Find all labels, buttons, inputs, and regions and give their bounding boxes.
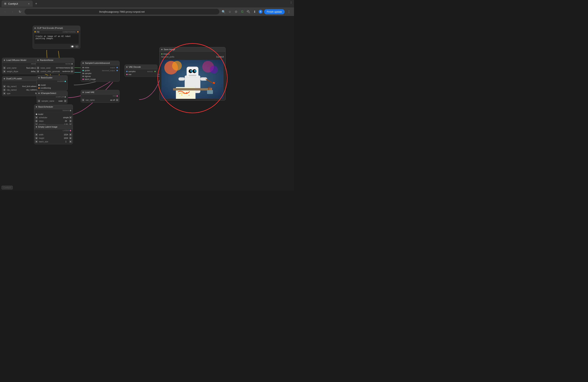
- node-status-dot: [36, 126, 37, 127]
- bookmark-icon[interactable]: ☆: [228, 9, 232, 14]
- load-diffusion-node[interactable]: Load Diffusion Model MODEL ◄ unet_name f…: [2, 58, 41, 74]
- model-port: [38, 85, 40, 86]
- menu-button[interactable]: ⋮: [286, 9, 292, 14]
- node-status-dot: [83, 92, 84, 93]
- node-title: BasicGuider: [41, 76, 53, 79]
- node-status-dot: [161, 49, 163, 50]
- height-next[interactable]: ►: [69, 137, 72, 139]
- empty-latent-image-node[interactable]: Empty Latent Image LATENT ◄ width 1024 ►…: [34, 125, 73, 144]
- unet-row: ◄ unet_name flux1-dev.sft ►: [2, 66, 41, 70]
- tab-close-button[interactable]: ✕: [27, 2, 30, 5]
- denoised-port: [116, 70, 118, 71]
- node-body: noise output guider denoised_output samp…: [81, 65, 119, 82]
- vae-row: vae: [125, 73, 157, 76]
- noise-port: [83, 67, 84, 68]
- clip1-prev[interactable]: ◄: [3, 85, 6, 88]
- guider-port: [83, 70, 84, 71]
- tab-title: ComfyUI: [8, 2, 18, 5]
- control-next[interactable]: ►: [71, 70, 74, 73]
- node-status-dot: [38, 77, 40, 78]
- unet-prev[interactable]: ◄: [3, 66, 6, 69]
- basic-guider-node[interactable]: BasicGuider GUIDER model conditioning: [37, 75, 68, 90]
- vae-decode-node[interactable]: VAE Decode samples IMAGE vae: [125, 64, 158, 77]
- url-field[interactable]: [24, 9, 219, 15]
- node-title: RandomNoise: [40, 59, 53, 61]
- section-label-latent: LATENT: [34, 129, 73, 132]
- tab-list-button[interactable]: ⋮: [290, 1, 293, 4]
- bottom-toolbar: ComfyUI: [1, 186, 13, 190]
- node-header: Load Diffusion Model: [2, 58, 41, 63]
- node-title: Load VAE: [85, 91, 94, 93]
- samples-port: [126, 71, 127, 72]
- forward-button[interactable]: ›: [10, 9, 15, 14]
- node-header: CLIP Text Encode (Prompt): [33, 26, 80, 30]
- finish-update-button[interactable]: Finish update: [264, 9, 285, 14]
- extension-icon-3[interactable]: 🔌: [246, 9, 251, 14]
- vae-next[interactable]: ►: [116, 99, 119, 101]
- vae-prev[interactable]: ◄: [82, 99, 84, 101]
- back-button[interactable]: ‹: [2, 9, 8, 14]
- section-label-vae: VAE: [81, 95, 119, 97]
- model-row: model: [34, 113, 73, 116]
- node-title: DualCLIPLoader: [6, 77, 22, 80]
- sched-prev[interactable]: ◄: [35, 116, 38, 119]
- sampler-custom-advanced-node[interactable]: SamplerCustomAdvanced noise output guide…: [81, 61, 120, 82]
- vae-name-row: ◄ vae_name ae.sft ►: [81, 98, 119, 102]
- node-header: Empty Latent Image: [34, 125, 73, 129]
- node-status-dot: [36, 106, 37, 107]
- node-header: RandomNoise: [36, 58, 74, 63]
- node-header: Save Image: [160, 47, 225, 52]
- download-icon[interactable]: ⬇: [252, 9, 257, 14]
- node-header: KSamplerSelect: [37, 91, 67, 95]
- svg-point-0: [4, 3, 6, 4]
- steps-prev[interactable]: ◄: [35, 120, 38, 122]
- load-vae-node[interactable]: Load VAE VAE ◄ vae_name ae.sft ►: [81, 90, 120, 103]
- sampler-prev[interactable]: ◄: [38, 100, 40, 102]
- node-header: Load VAE: [81, 90, 119, 95]
- height-row: ◄ height 1024 ►: [34, 136, 73, 140]
- node-status-dot: [126, 66, 127, 68]
- sigmas-row: sigmas: [81, 75, 119, 78]
- browser-chrome: ComfyUI ✕ + ⋮ ‹ › ↻ 🔍 ☆ ⚙ G 🔌 ⬇ S Finish…: [0, 0, 294, 16]
- weight-prev[interactable]: ◄: [3, 70, 6, 73]
- sched-next[interactable]: ►: [69, 116, 72, 119]
- width-prev[interactable]: ◄: [35, 133, 38, 136]
- active-tab[interactable]: ComfyUI ✕: [1, 0, 33, 7]
- height-prev[interactable]: ◄: [35, 137, 38, 139]
- extension-icon-2[interactable]: G: [240, 9, 245, 14]
- prompt-textarea[interactable]: Create an image of an AI robot painting …: [34, 34, 79, 44]
- ksampler-select-node[interactable]: KSamplerSelect SAMPLER ◄ sampler_name eu…: [37, 91, 68, 104]
- svg-point-22: [189, 95, 189, 96]
- section-label-model: MODEL: [2, 63, 41, 65]
- seed-next[interactable]: ►: [71, 66, 74, 69]
- section-label-sigmas: SIGMAS: [34, 109, 73, 112]
- sampler-next[interactable]: ►: [64, 100, 67, 102]
- width-next[interactable]: ►: [69, 133, 72, 136]
- weight-row: ◄ weight_dtype default ►: [2, 70, 41, 73]
- clip-text-encode-node[interactable]: CLIP Text Encode (Prompt) clip CONDITION…: [33, 26, 80, 49]
- node-header: BasicGuider: [37, 75, 67, 80]
- seed-prev[interactable]: ◄: [37, 66, 39, 69]
- canvas-area[interactable]: Load Diffusion Model MODEL ◄ unet_name f…: [0, 16, 294, 191]
- svg-point-13: [194, 70, 197, 72]
- node-title: Empty Latent Image: [38, 126, 57, 128]
- model-port: [36, 114, 37, 115]
- clip2-prev[interactable]: ◄: [3, 88, 6, 91]
- control-prev[interactable]: ◄: [37, 70, 39, 73]
- refresh-button[interactable]: ↻: [17, 9, 22, 14]
- profile-icon[interactable]: S: [259, 10, 262, 14]
- basic-scheduler-node[interactable]: BasicScheduler SIGMAS model ◄ scheduler …: [34, 105, 73, 127]
- batch-prev[interactable]: ◄: [35, 140, 38, 143]
- node-status-dot: [34, 27, 36, 29]
- clip-port: [34, 31, 36, 32]
- search-icon[interactable]: 🔍: [221, 9, 226, 14]
- type-prev[interactable]: ◄: [3, 92, 6, 95]
- steps-next[interactable]: ►: [69, 120, 72, 122]
- svg-rect-23: [173, 88, 212, 90]
- save-image-node[interactable]: Save Image images filename_prefix ComfyU…: [159, 47, 226, 101]
- random-noise-node[interactable]: RandomNoise NOISE ◄ noise_seed 397765937…: [36, 58, 74, 74]
- samples-row: samples IMAGE: [125, 70, 157, 73]
- extension-icon-1[interactable]: ⚙: [234, 9, 238, 14]
- batch-next[interactable]: ►: [69, 140, 72, 143]
- new-tab-button[interactable]: +: [33, 1, 39, 6]
